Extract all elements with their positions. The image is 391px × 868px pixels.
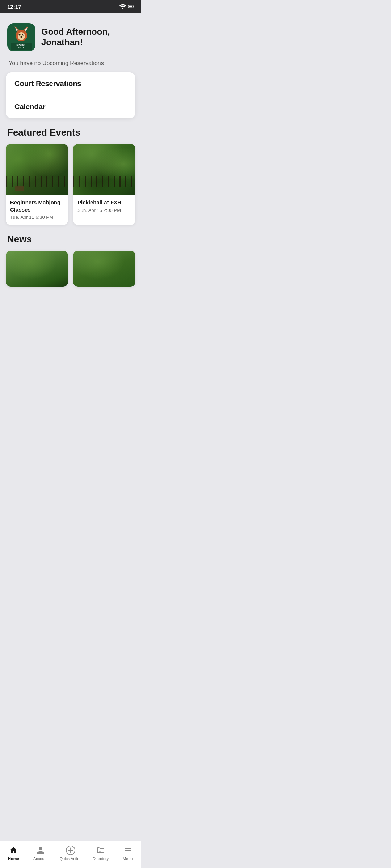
battery-icon	[128, 4, 134, 9]
wifi-icon	[119, 4, 126, 9]
svg-rect-1	[133, 6, 134, 7]
foxcroft-hills-logo: FOXCROFT HILLS	[7, 23, 35, 51]
events-grid: Beginners Mahjong Classes Tue. Apr 11 6:…	[6, 144, 135, 225]
court-reservations-button[interactable]: Court Reservations	[6, 72, 135, 95]
greeting: Good Afternoon, Jonathan!	[41, 27, 134, 48]
svg-point-10	[22, 34, 24, 36]
quick-actions-card: Court Reservations Calendar	[6, 72, 135, 118]
featured-events-title: Featured Events	[6, 127, 135, 138]
status-time: 12:17	[7, 4, 21, 10]
event-title-2: Pickleball at FXH	[77, 199, 131, 206]
reservations-notice: You have no Upcoming Reservations	[0, 57, 141, 72]
event-date-2: Sun. Apr 16 2:00 PM	[77, 208, 131, 213]
event-info-2: Pickleball at FXH Sun. Apr 16 2:00 PM	[73, 195, 135, 218]
calendar-button[interactable]: Calendar	[6, 95, 135, 118]
event-card-1[interactable]: Beginners Mahjong Classes Tue. Apr 11 6:…	[6, 144, 68, 225]
news-grid	[6, 251, 135, 287]
status-bar: 12:17	[0, 0, 141, 13]
news-section: News	[0, 234, 141, 295]
svg-point-9	[19, 34, 21, 36]
svg-rect-2	[129, 6, 132, 8]
event-card-2[interactable]: Pickleball at FXH Sun. Apr 16 2:00 PM	[73, 144, 135, 225]
featured-events-section: Featured Events Beginners Mahjong Classe…	[0, 127, 141, 234]
svg-point-12	[23, 34, 24, 35]
news-title: News	[6, 234, 135, 245]
event-image-1	[6, 144, 68, 195]
svg-text:FOXCROFT: FOXCROFT	[16, 44, 27, 46]
event-image-2	[73, 144, 135, 195]
event-title-1: Beginners Mahjong Classes	[10, 199, 64, 213]
svg-text:HILLS: HILLS	[18, 47, 24, 49]
event-info-1: Beginners Mahjong Classes Tue. Apr 11 6:…	[6, 195, 68, 225]
news-image-2	[73, 251, 135, 287]
event-date-1: Tue. Apr 11 6:30 PM	[10, 214, 64, 220]
news-card-1[interactable]	[6, 251, 68, 287]
status-icons	[119, 4, 134, 9]
svg-point-11	[20, 34, 20, 35]
news-image-1	[6, 251, 68, 287]
app-logo: FOXCROFT HILLS	[7, 23, 35, 51]
svg-point-13	[21, 36, 22, 37]
header: FOXCROFT HILLS Good Afternoon, Jonathan!	[0, 13, 141, 57]
news-card-2[interactable]	[73, 251, 135, 287]
